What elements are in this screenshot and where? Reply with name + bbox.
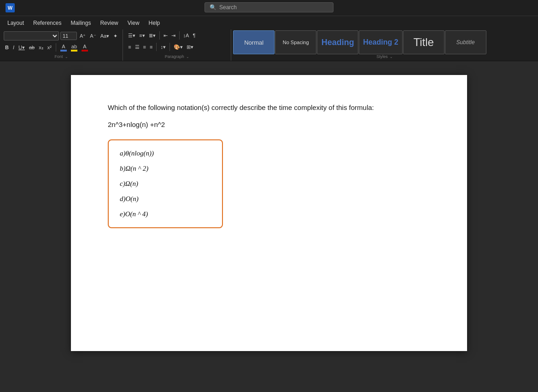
menu-view[interactable]: View bbox=[124, 18, 143, 28]
menu-references[interactable]: References bbox=[29, 18, 65, 28]
italic-btn[interactable]: I bbox=[12, 44, 16, 51]
style-no-spacing-btn[interactable]: No Spacing bbox=[275, 30, 316, 54]
change-case-btn[interactable]: Aa▾ bbox=[99, 33, 111, 40]
para-div2 bbox=[179, 31, 180, 40]
style-title-btn[interactable]: Title bbox=[403, 30, 444, 54]
font-group: A⁺ A⁻ Aa▾ ✦ B I U▾ ab x₂ x² A ab bbox=[0, 29, 123, 61]
underline-btn[interactable]: U▾ bbox=[17, 44, 26, 51]
menu-help[interactable]: Help bbox=[145, 18, 164, 28]
clear-format-btn[interactable]: ✦ bbox=[112, 33, 119, 40]
para-div4 bbox=[170, 43, 170, 51]
ribbon-main-row: A⁺ A⁻ Aa▾ ✦ B I U▾ ab x₂ x² A ab bbox=[0, 29, 538, 61]
decrease-indent-btn[interactable]: ⇤ bbox=[162, 32, 169, 39]
option-d: d)O(n) bbox=[120, 195, 211, 203]
option-c-label: c)Ω(n) bbox=[120, 180, 138, 187]
style-heading2-label: Heading 2 bbox=[363, 38, 398, 46]
style-title-label: Title bbox=[413, 36, 433, 49]
numbering-btn[interactable]: ≡▾ bbox=[138, 32, 146, 39]
style-heading-btn[interactable]: Heading bbox=[317, 30, 358, 54]
document-page: Which of the following notation(s) corre… bbox=[71, 75, 467, 351]
menu-mailings[interactable]: Mailings bbox=[67, 18, 94, 28]
styles-buttons-row: Normal No Spacing Heading Heading 2 Titl… bbox=[233, 30, 536, 54]
strikethrough-btn[interactable]: ab bbox=[28, 44, 36, 51]
para-div1 bbox=[159, 31, 160, 40]
styles-group-label[interactable]: Styles bbox=[233, 54, 536, 60]
align-right-btn[interactable]: ≡ bbox=[142, 44, 147, 50]
menu-bar: Layout References Mailings Review View H… bbox=[0, 16, 538, 29]
search-icon: 🔍 bbox=[210, 4, 216, 11]
shading-btn[interactable]: 🎨▾ bbox=[172, 44, 184, 51]
font-color2-btn[interactable]: A bbox=[80, 43, 89, 52]
paragraph-group: ☰▾ ≡▾ ≣▾ ⇤ ⇥ ↕A ¶ ≡ ☰ ≡ ≡ ↕▾ 🎨▾ ⊞▾ bbox=[123, 29, 231, 61]
option-b-label: b)Ω(n ^ 2) bbox=[120, 165, 148, 172]
subscript-btn[interactable]: x₂ bbox=[37, 44, 45, 51]
bold-btn[interactable]: B bbox=[4, 44, 10, 51]
font-name-select[interactable] bbox=[4, 31, 59, 40]
word-icon: W bbox=[6, 3, 15, 12]
formula-text: 2n^3+nlog(n) +n^2 bbox=[108, 121, 430, 128]
menu-review[interactable]: Review bbox=[96, 18, 122, 28]
option-d-label: d)O(n) bbox=[120, 195, 139, 202]
font-color-btn[interactable]: A bbox=[59, 43, 68, 52]
ribbon: A⁺ A⁻ Aa▾ ✦ B I U▾ ab x₂ x² A ab bbox=[0, 29, 538, 61]
style-heading2-btn[interactable]: Heading 2 bbox=[359, 30, 402, 54]
para-row-2: ≡ ☰ ≡ ≡ ↕▾ 🎨▾ ⊞▾ bbox=[127, 43, 227, 51]
option-c: c)Ω(n) bbox=[120, 180, 211, 188]
paragraph-group-label[interactable]: Paragraph bbox=[127, 54, 227, 60]
align-left-btn[interactable]: ≡ bbox=[127, 44, 132, 50]
font-grow-btn[interactable]: A⁺ bbox=[78, 33, 87, 40]
options-box: a)θ(nlog(n)) b)Ω(n ^ 2) c)Ω(n) d)O(n) e)… bbox=[108, 139, 223, 228]
option-a-label: a)θ(nlog(n)) bbox=[120, 150, 154, 157]
superscript-btn[interactable]: x² bbox=[46, 44, 53, 51]
styles-group: Normal No Spacing Heading Heading 2 Titl… bbox=[231, 29, 538, 61]
style-subtitle-label: Subtitle bbox=[456, 39, 475, 46]
justify-btn[interactable]: ≡ bbox=[148, 44, 154, 50]
font-size-input[interactable] bbox=[60, 32, 77, 40]
option-a: a)θ(nlog(n)) bbox=[120, 150, 211, 157]
style-subtitle-btn[interactable]: Subtitle bbox=[445, 30, 486, 54]
content-area: Which of the following notation(s) corre… bbox=[0, 61, 538, 365]
font-color-swatch bbox=[60, 50, 67, 52]
borders-btn[interactable]: ⊞▾ bbox=[185, 44, 195, 51]
option-e-label: e)O(n ^ 4) bbox=[120, 210, 148, 218]
style-heading-label: Heading bbox=[322, 38, 354, 47]
style-normal-label: Normal bbox=[244, 39, 263, 46]
bullets-btn[interactable]: ☰▾ bbox=[127, 32, 137, 39]
line-spacing-btn[interactable]: ↕▾ bbox=[159, 44, 167, 51]
font-group-label[interactable]: Font bbox=[4, 54, 119, 60]
style-normal-btn[interactable]: Normal bbox=[233, 30, 275, 54]
highlight-btn[interactable]: ab bbox=[70, 43, 79, 52]
menu-layout[interactable]: Layout bbox=[4, 18, 28, 28]
font-shrink-btn[interactable]: A⁻ bbox=[88, 33, 97, 40]
sort-btn[interactable]: ↕A bbox=[182, 32, 191, 39]
font-divider bbox=[56, 43, 56, 52]
search-placeholder: Search bbox=[219, 4, 237, 11]
font-row-1: A⁺ A⁻ Aa▾ ✦ bbox=[4, 31, 119, 40]
para-div3 bbox=[156, 43, 157, 51]
increase-indent-btn[interactable]: ⇥ bbox=[170, 32, 177, 39]
font-row-2: B I U▾ ab x₂ x² A ab A bbox=[4, 43, 119, 52]
option-e: e)O(n ^ 4) bbox=[120, 210, 211, 218]
search-bar[interactable]: 🔍 Search bbox=[205, 2, 333, 12]
highlight-swatch bbox=[71, 50, 77, 52]
style-no-spacing-label: No Spacing bbox=[283, 40, 309, 45]
question-text: Which of the following notation(s) corre… bbox=[108, 103, 430, 113]
align-center-btn[interactable]: ☰ bbox=[134, 44, 141, 51]
para-row-1: ☰▾ ≡▾ ≣▾ ⇤ ⇥ ↕A ¶ bbox=[127, 31, 227, 40]
title-bar: W Document2 - Word 🔍 Search bbox=[0, 0, 538, 16]
option-b: b)Ω(n ^ 2) bbox=[120, 165, 211, 173]
multilevel-btn[interactable]: ≣▾ bbox=[147, 32, 157, 39]
font-color2-swatch bbox=[82, 50, 88, 52]
show-para-btn[interactable]: ¶ bbox=[191, 32, 197, 39]
